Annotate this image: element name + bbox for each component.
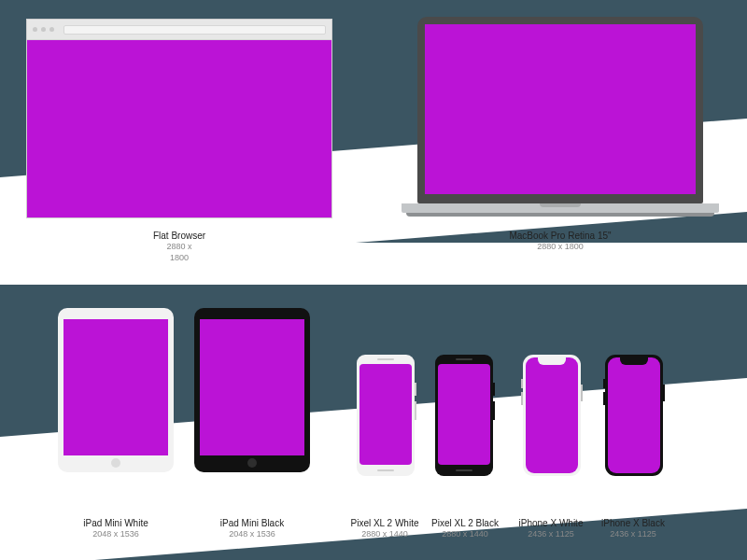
device-dimensions: 2436 x 1125 bbox=[504, 529, 598, 540]
side-button-icon bbox=[415, 383, 416, 396]
iphonex-screen bbox=[526, 357, 578, 473]
device-dimensions: 2880 x 1440 bbox=[418, 529, 512, 540]
macbook-screen bbox=[425, 24, 696, 194]
device-dimensions: 2880 x 1440 bbox=[338, 529, 431, 540]
device-name: Pixel XL 2 Black bbox=[418, 517, 512, 529]
device-name: iPad Mini Black bbox=[177, 517, 327, 529]
side-button-icon bbox=[603, 392, 605, 405]
device-dimensions: 2048 x 1536 bbox=[41, 529, 190, 540]
label-ipad-black: iPad Mini Black 2048 x 1536 bbox=[177, 517, 327, 540]
device-name: iPhone X White bbox=[504, 517, 598, 529]
home-button-icon bbox=[111, 458, 120, 468]
mockup-pixel-xl2-black bbox=[435, 355, 493, 476]
device-name: iPhone X Black bbox=[586, 517, 680, 529]
mockup-gallery: Flat Browser 2880 x 1800 MacBook Pro Ret… bbox=[0, 0, 747, 560]
label-iphonex-white: iPhone X White 2436 x 1125 bbox=[504, 517, 598, 540]
ipad-screen bbox=[200, 319, 304, 455]
mockup-pixel-xl2-white bbox=[357, 355, 415, 476]
iphonex-screen bbox=[608, 357, 660, 473]
window-dot-icon bbox=[41, 27, 46, 32]
device-name: Flat Browser bbox=[26, 230, 332, 242]
mockup-ipad-mini-black bbox=[194, 308, 310, 472]
label-pixel-white: Pixel XL 2 White 2880 x 1440 bbox=[338, 517, 431, 540]
device-name: Pixel XL 2 White bbox=[338, 517, 431, 529]
macbook-base bbox=[402, 203, 719, 213]
mockup-ipad-mini-white bbox=[58, 308, 174, 472]
label-ipad-white: iPad Mini White 2048 x 1536 bbox=[41, 517, 190, 540]
macbook-foot bbox=[406, 213, 714, 217]
mockup-iphone-x-white bbox=[523, 355, 581, 476]
device-name: iPad Mini White bbox=[41, 517, 190, 529]
speaker-icon bbox=[377, 469, 394, 471]
browser-titlebar bbox=[27, 20, 331, 40]
device-dimensions: 2880 x 1800 bbox=[402, 242, 719, 253]
macbook-lid bbox=[417, 17, 703, 203]
side-button-icon bbox=[663, 385, 665, 401]
home-button-icon bbox=[247, 458, 257, 468]
label-pixel-black: Pixel XL 2 Black 2880 x 1440 bbox=[418, 517, 512, 540]
speaker-icon bbox=[456, 358, 472, 360]
label-flat-browser: Flat Browser 2880 x 1800 bbox=[26, 230, 332, 263]
pixel-screen bbox=[438, 364, 490, 465]
label-iphonex-black: iPhone X Black 2436 x 1125 bbox=[586, 517, 680, 540]
device-dimensions: 2880 x 1800 bbox=[26, 242, 332, 263]
speaker-icon bbox=[377, 358, 394, 360]
label-macbook: MacBook Pro Retina 15" 2880 x 1800 bbox=[402, 230, 719, 253]
side-button-icon bbox=[493, 401, 495, 420]
pixel-screen bbox=[359, 364, 412, 465]
speaker-icon bbox=[456, 469, 472, 471]
device-dimensions: 2048 x 1536 bbox=[177, 529, 327, 540]
mockup-iphone-x-black bbox=[605, 355, 663, 476]
side-button-icon bbox=[521, 379, 523, 388]
side-button-icon bbox=[415, 401, 416, 420]
browser-url-bar bbox=[63, 25, 326, 35]
window-dot-icon bbox=[49, 27, 54, 32]
side-button-icon bbox=[603, 379, 605, 388]
side-button-icon bbox=[493, 383, 495, 396]
side-button-icon bbox=[581, 385, 583, 401]
device-name: MacBook Pro Retina 15" bbox=[402, 230, 719, 242]
window-dot-icon bbox=[33, 27, 37, 32]
mockup-flat-browser bbox=[26, 19, 332, 218]
browser-viewport bbox=[27, 40, 331, 217]
device-dimensions: 2436 x 1125 bbox=[586, 529, 680, 540]
notch-icon bbox=[620, 357, 648, 365]
mockup-macbook-pro bbox=[402, 17, 719, 217]
ipad-screen bbox=[63, 319, 168, 455]
side-button-icon bbox=[521, 392, 523, 405]
notch-icon bbox=[538, 357, 566, 365]
